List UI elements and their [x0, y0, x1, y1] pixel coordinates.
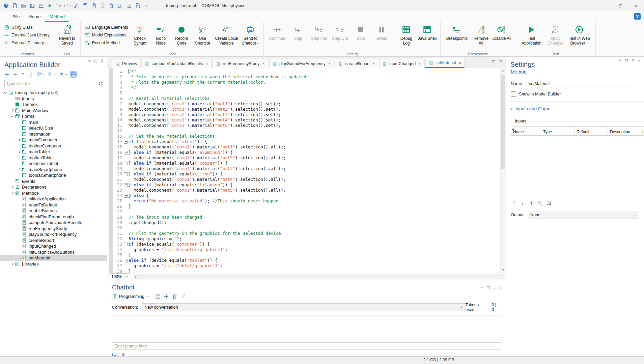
disable-all-button[interactable]: Disable All [491, 23, 512, 41]
arrow-up-button[interactable] [511, 200, 517, 207]
close-icon[interactable]: × [262, 61, 265, 66]
chevron-down-icon[interactable] [124, 274, 130, 280]
code-line[interactable]: 26} [113, 204, 500, 209]
inputs-and-output-section[interactable]: Inputs and Output [506, 102, 644, 111]
trash-button[interactable] [172, 294, 177, 299]
code-line[interactable]: 9model.component("comp1").material("mat3… [113, 112, 500, 117]
code-line[interactable]: 33if (device.equals("computer")) { [113, 242, 500, 247]
code-line[interactable]: 11model.component("comp1").material("mat… [113, 123, 500, 128]
qat-undo-button[interactable] [55, 2, 63, 10]
tree-item-runfrequencystudy[interactable]: runFrequencyStudy [0, 226, 107, 232]
column-header-type[interactable]: Type [541, 127, 575, 135]
fold-collapse-icon[interactable] [124, 140, 128, 144]
menu-tab-file[interactable]: File [8, 12, 24, 22]
arrow-up-button[interactable] [21, 72, 26, 77]
tree-item-playsoundforfrequency[interactable]: playSoundForFrequency [0, 231, 107, 237]
tree-expander[interactable] [16, 139, 21, 141]
tree-item-mainsmartphone[interactable]: mainSmartphone [0, 167, 107, 173]
qat-code-search-button[interactable] [134, 2, 142, 10]
external-java-library-button[interactable]: JavaExternal Java Library [3, 32, 51, 38]
arrow-right-button[interactable] [12, 72, 18, 77]
arrow-down-button[interactable] [520, 200, 526, 207]
float-button[interactable] [492, 59, 496, 65]
code-line[interactable]: 19 model.component("comp1").material("ma… [113, 166, 500, 171]
use-shortcut-button[interactable]: B+CUse Shortcut [192, 23, 213, 46]
tree-expander[interactable] [16, 168, 21, 170]
refresh-icon[interactable] [98, 81, 104, 86]
tree-expander[interactable] [9, 192, 15, 194]
code-line[interactable]: 29inputChanged(); [113, 220, 500, 225]
scroll-down-icon[interactable]: ▼ [501, 268, 506, 272]
vertical-scrollbar[interactable]: ▲ ▼ [500, 68, 506, 273]
tree-item-notationstablet[interactable]: notationsTablet [0, 161, 107, 167]
go-to-node-button[interactable]: Go to Node [150, 23, 171, 46]
arrow-down-button[interactable] [29, 72, 34, 77]
code-line[interactable]: 15 model.component("comp1").material("ma… [113, 144, 500, 150]
chevron-down-button[interactable] [618, 58, 622, 64]
qat-open-file-button[interactable] [20, 2, 28, 10]
tab-inputchanged[interactable]: inputChanged× [379, 59, 424, 68]
qat-clear-selection-button[interactable] [125, 2, 133, 10]
tree-item-maintablet[interactable]: mainTablet [0, 149, 107, 155]
tree-item-maincomputer[interactable]: mainComputer [0, 137, 107, 143]
code-line[interactable]: 32String graphics = ""; [113, 236, 500, 242]
tab-computeandupdateresults[interactable]: computeAndUpdateResults× [141, 59, 212, 68]
pin-button[interactable] [493, 285, 497, 291]
dock-button[interactable] [499, 59, 503, 65]
help-icon[interactable]: ? [634, 13, 641, 20]
code-line[interactable]: 25 error("No material selected"); //This… [113, 198, 500, 204]
inputs-table-body[interactable] [511, 136, 644, 197]
qat-paste-arrow-button[interactable] [99, 2, 107, 10]
send-to-chatbot-button[interactable]: Send to Chatbot [240, 23, 261, 46]
code-line[interactable]: 1/** [113, 69, 500, 74]
utility-class-button[interactable]: Utility Class [3, 24, 51, 31]
code-line[interactable]: 28// The input has been changed [113, 215, 500, 220]
tree-item-enablebuttons[interactable]: enableButtons [0, 208, 107, 214]
qat-redo-button[interactable] [63, 2, 72, 10]
code-line[interactable]: 37 graphics = "/mainTablet/graphics1"; [113, 263, 500, 269]
code-line[interactable]: 13// Set the new material selections [113, 134, 500, 139]
code-line[interactable]: 18} else if (material.equals("copper")) … [113, 161, 500, 166]
close-icon[interactable]: × [328, 61, 331, 66]
code-line[interactable]: 5 [113, 90, 500, 96]
code-line[interactable]: 24} else { [113, 193, 500, 198]
tree-expander[interactable] [16, 151, 21, 153]
chevron-down-button[interactable] [87, 58, 91, 64]
zoom-control[interactable]: 100% [109, 273, 130, 280]
fold-toggle[interactable] [123, 161, 129, 166]
list-delete-button[interactable] [538, 200, 543, 207]
fold-toggle[interactable] [123, 139, 129, 144]
tree-item-methods[interactable]: Methods [0, 190, 107, 196]
qat-copy-button[interactable] [81, 2, 89, 10]
close-icon[interactable]: × [418, 61, 421, 66]
column-header-unit[interactable]: Unit [640, 127, 644, 135]
tree-item-computeandupdateresults[interactable]: computeAndUpdateResults [0, 220, 107, 226]
record-method-button[interactable]: Record Method [83, 39, 130, 46]
code-line[interactable]: 20} else if (material.equals("iron")) { [113, 171, 500, 177]
tree-item-information[interactable]: information [0, 131, 107, 137]
revert-to-saved-button[interactable]: Revert to Saved [57, 23, 78, 46]
funnel-button[interactable] [59, 72, 67, 77]
output-select[interactable]: None [528, 211, 639, 219]
qat-save-search-button[interactable] [37, 2, 45, 10]
chevron-down-button[interactable] [480, 285, 484, 291]
tree-item-resettodefault[interactable]: resetToDefault [0, 202, 107, 208]
code-line[interactable]: 17 model.component("comp1").material("ma… [113, 155, 500, 161]
tree-item-toolbarcomputer[interactable]: toolbarComputer [0, 143, 107, 149]
tree-item-themes[interactable]: Themes [0, 102, 107, 108]
scroll-up-icon[interactable]: ▲ [501, 69, 506, 72]
tree-item-selectuisize[interactable]: selectUISize [0, 125, 107, 131]
code-line[interactable]: 3 * Plots the geometry with the current … [113, 80, 500, 85]
code-line[interactable]: 35} [113, 252, 500, 258]
create-local-variable-button[interactable]: a=TCreate Local Variable [213, 23, 240, 46]
test-in-web-browser-button[interactable]: Test in Web Browser [566, 23, 593, 46]
menu-tab-home[interactable]: Home [24, 12, 45, 22]
qat-run-button[interactable] [46, 2, 54, 10]
fold-collapse-icon[interactable] [124, 162, 128, 165]
test-application-button[interactable]: Test Application [518, 23, 545, 46]
programming-button[interactable]: Programming [112, 294, 149, 299]
code-line[interactable]: 2 * Sets the material properties when th… [113, 74, 500, 80]
fold-collapse-icon[interactable] [124, 183, 128, 187]
plus-button[interactable] [529, 200, 534, 207]
expand-list-button[interactable] [48, 72, 56, 77]
